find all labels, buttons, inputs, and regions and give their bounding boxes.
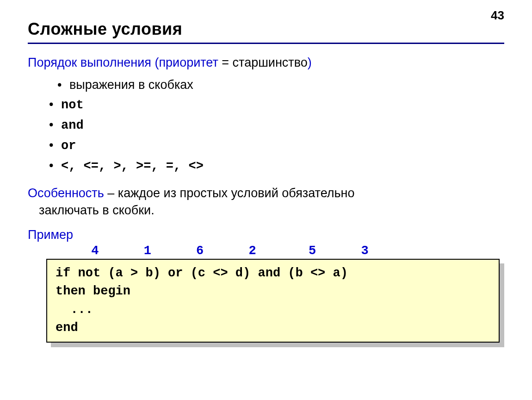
- bullet-text: and: [61, 119, 84, 132]
- priority-label-blue: Порядок выполнения (приоритет: [28, 56, 218, 69]
- bullet-item: выражения в скобках: [28, 75, 504, 95]
- bullet-item: or: [28, 136, 504, 156]
- title-rule: [28, 43, 504, 44]
- page-number: 43: [491, 8, 504, 23]
- priority-numbers-row: 4 1 6 2 5 3: [46, 244, 504, 258]
- section-feature: Особенность – каждое из простых условий …: [28, 185, 504, 220]
- slide-title: Сложные условия: [28, 19, 504, 39]
- code-line: if not (a > b) or (c <> d) and (b <> a): [56, 266, 348, 280]
- code-line: then begin: [56, 284, 130, 298]
- feature-label-blue: Особенность: [28, 186, 104, 200]
- bullet-item: not: [28, 95, 504, 115]
- priority-close-paren: ): [308, 56, 312, 69]
- section-priority: Порядок выполнения (приоритет = старшинс…: [28, 54, 504, 71]
- code-line: ...: [56, 303, 93, 317]
- slide-page: 43 Сложные условия Порядок выполнения (п…: [0, 0, 532, 400]
- bullet-item: <, <=, >, >=, =, <>: [28, 156, 504, 176]
- bullet-item: and: [28, 115, 504, 136]
- bullet-text: not: [61, 98, 84, 112]
- feature-line1: каждое из простых условий обязательно: [118, 186, 355, 200]
- code-block: if not (a > b) or (c <> d) and (b <> a) …: [46, 259, 500, 343]
- example-label: Пример: [28, 228, 504, 242]
- priority-equals: =: [218, 56, 233, 69]
- bullet-text: <, <=, >, >=, =, <>: [61, 159, 204, 173]
- bullet-text: or: [61, 139, 76, 153]
- priority-label-black: старшинство: [233, 56, 308, 69]
- priority-bullets: выражения в скобках not and or <, <=, >,…: [28, 75, 504, 176]
- code-line: end: [56, 321, 78, 335]
- code-block-wrap: if not (a > b) or (c <> d) and (b <> a) …: [46, 259, 500, 343]
- feature-dash: –: [104, 186, 118, 200]
- feature-line2: заключать в скобки.: [28, 202, 504, 219]
- bullet-text: выражения в скобках: [69, 78, 193, 92]
